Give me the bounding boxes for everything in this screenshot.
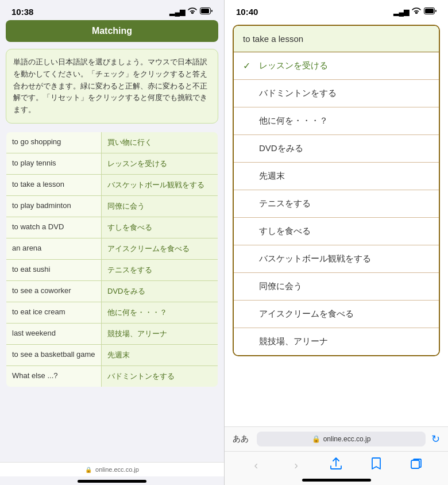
english-cell: to take a lesson [6, 174, 102, 195]
matching-header: Matching [6, 20, 218, 42]
left-home-bar [78, 480, 146, 483]
vocab-table: to go shopping 買い物に行く to play tennis レッス… [6, 132, 218, 387]
svg-rect-1 [201, 9, 209, 13]
right-content-area: to take a lesson ✓ レッスンを受ける バドミントンをする 他に… [225, 20, 448, 426]
selected-text: to take a lesson [243, 34, 303, 44]
nav-share-button[interactable] [327, 457, 345, 473]
table-row: an arena アイスクリームを食べる [6, 238, 218, 259]
english-cell: to play badminton [6, 195, 102, 217]
table-row: to see a coworker DVDをみる [6, 280, 218, 302]
dropdown-item-text: アイスクリームを食べる [259, 309, 430, 320]
table-row: to eat sushi テニスをする [6, 259, 218, 280]
table-row: to take a lesson バスケットボール観戦をする [6, 174, 218, 195]
table-row: to play tennis レッスンを受ける [6, 153, 218, 174]
dropdown-item-text: バドミントンをする [259, 88, 430, 99]
nav-tabs-button[interactable] [408, 458, 425, 472]
japanese-cell[interactable]: 先週末 [102, 344, 218, 365]
dropdown-item[interactable]: すしを食べる [234, 218, 439, 245]
right-wifi-icon [412, 7, 421, 16]
dropdown-item-text: 同僚に会う [259, 281, 430, 292]
japanese-cell[interactable]: バスケットボール観戦をする [102, 174, 218, 195]
dropdown-container[interactable]: to take a lesson ✓ レッスンを受ける バドミントンをする 他に… [233, 25, 440, 356]
japanese-cell[interactable]: テニスをする [102, 259, 218, 280]
svg-rect-4 [411, 460, 419, 468]
dropdown-item[interactable]: テニスをする [234, 190, 439, 218]
browser-bar: ああ 🔒 online.ecc.co.jp ↻ [225, 427, 448, 452]
right-phone: 10:40 ▂▄▆ to take a lesson ✓ レッスンを受ける バド… [224, 0, 448, 485]
left-time: 10:38 [11, 7, 33, 17]
dropdown-item[interactable]: 他に何を・・・？ [234, 107, 439, 135]
english-cell: to eat sushi [6, 259, 102, 280]
right-status-bar: 10:40 ▂▄▆ [225, 0, 448, 20]
instructions-text: 単語の正しい日本語訳を選びましょう。マウスで日本語訳を動かしてください。「チェッ… [13, 57, 207, 114]
japanese-cell[interactable]: DVDをみる [102, 280, 218, 302]
japanese-cell[interactable]: 他に何を・・・？ [102, 302, 218, 323]
dropdown-item[interactable]: バドミントンをする [234, 80, 439, 107]
table-row: What else ...? バドミントンをする [6, 365, 218, 387]
dropdown-item[interactable]: バスケットボール観戦をする [234, 245, 439, 273]
left-content-area: Matching 単語の正しい日本語訳を選びましょう。マウスで日本語訳を動かして… [0, 20, 224, 462]
table-row: to eat ice cream 他に何を・・・？ [6, 302, 218, 323]
table-row: last weekend 競技場、アリーナ [6, 323, 218, 344]
nav-forward-button[interactable]: › [288, 459, 305, 472]
japanese-cell[interactable]: 買い物に行く [102, 132, 218, 153]
japanese-cell[interactable]: バドミントンをする [102, 365, 218, 387]
instructions-box: 単語の正しい日本語訳を選びましょう。マウスで日本語訳を動かしてください。「チェッ… [6, 49, 218, 124]
table-row: to play badminton 同僚に会う [6, 195, 218, 217]
japanese-cell[interactable]: アイスクリームを食べる [102, 238, 218, 259]
dropdown-item[interactable]: アイスクリームを食べる [234, 301, 439, 328]
table-row: to watch a DVD すしを食べる [6, 217, 218, 238]
right-home-bar [302, 479, 371, 482]
japanese-cell[interactable]: すしを食べる [102, 217, 218, 238]
english-cell: to watch a DVD [6, 217, 102, 238]
svg-rect-3 [425, 9, 434, 13]
checkmark-icon: ✓ [243, 60, 252, 71]
right-battery-icon [424, 7, 437, 16]
english-cell: to eat ice cream [6, 302, 102, 323]
dropdown-item[interactable]: 同僚に会う [234, 273, 439, 301]
dropdown-item[interactable]: 競技場、アリーナ [234, 328, 439, 355]
table-row: to see a basketball game 先週末 [6, 344, 218, 365]
dropdown-item-text: DVDをみる [259, 143, 430, 154]
browser-reload-icon[interactable]: ↻ [431, 433, 440, 445]
left-url: online.ecc.co.jp [95, 466, 139, 473]
left-bottom-bar: 🔒 online.ecc.co.jp [0, 462, 224, 476]
english-cell: to see a coworker [6, 280, 102, 302]
english-cell: last weekend [6, 323, 102, 344]
english-cell: to go shopping [6, 132, 102, 153]
right-time: 10:40 [236, 7, 258, 17]
nav-bookmarks-button[interactable] [368, 457, 385, 473]
right-signal-icon: ▂▄▆ [393, 8, 409, 16]
browser-lock-icon: 🔒 [312, 435, 320, 443]
signal-icon: ▂▄▆ [169, 8, 185, 16]
japanese-cell[interactable]: 競技場、アリーナ [102, 323, 218, 344]
browser-url-bar[interactable]: 🔒 online.ecc.co.jp [257, 432, 426, 446]
english-cell: to play tennis [6, 153, 102, 174]
right-status-icons: ▂▄▆ [393, 7, 437, 16]
dropdown-item-text: レッスンを受ける [259, 60, 430, 71]
dropdown-list[interactable]: ✓ レッスンを受ける バドミントンをする 他に何を・・・？ DVDをみる 先週末… [234, 52, 439, 355]
matching-title: Matching [92, 26, 132, 36]
nav-back-button[interactable]: ‹ [248, 459, 265, 472]
right-bottom-area: ああ 🔒 online.ecc.co.jp ↻ ‹ › [225, 426, 448, 485]
english-cell: to see a basketball game [6, 344, 102, 365]
browser-url-text: online.ecc.co.jp [323, 435, 371, 443]
left-status-bar: 10:38 ▂▄▆ [0, 0, 224, 20]
japanese-cell[interactable]: 同僚に会う [102, 195, 218, 217]
english-cell: What else ...? [6, 365, 102, 387]
battery-icon [200, 7, 213, 16]
dropdown-item-text: 他に何を・・・？ [259, 116, 430, 126]
dropdown-item-text: バスケットボール観戦をする [259, 253, 430, 264]
dropdown-item-text: すしを食べる [259, 226, 430, 237]
dropdown-item[interactable]: ✓ レッスンを受ける [234, 52, 439, 80]
table-row: to go shopping 買い物に行く [6, 132, 218, 153]
dropdown-item-text: 競技場、アリーナ [259, 336, 430, 347]
browser-nav-bar: ‹ › [225, 452, 448, 478]
english-cell: an arena [6, 238, 102, 259]
japanese-cell[interactable]: レッスンを受ける [102, 153, 218, 174]
dropdown-item-text: 先週末 [259, 171, 430, 182]
dropdown-item[interactable]: 先週末 [234, 163, 439, 190]
browser-aa-label[interactable]: ああ [233, 434, 249, 444]
dropdown-selected[interactable]: to take a lesson [234, 26, 439, 52]
dropdown-item[interactable]: DVDをみる [234, 135, 439, 163]
